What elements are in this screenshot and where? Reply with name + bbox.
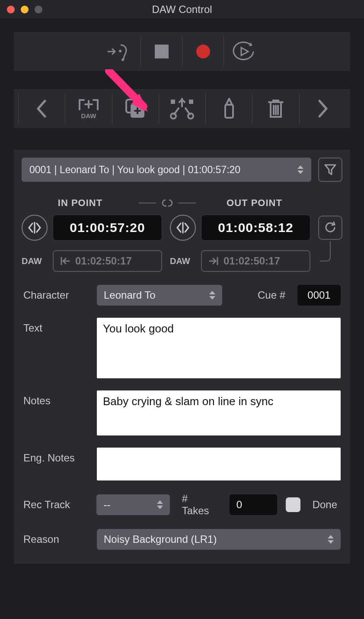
loop-play-icon	[233, 41, 257, 62]
stop-icon	[153, 43, 170, 60]
svg-rect-9	[171, 100, 175, 104]
svg-rect-11	[225, 105, 233, 118]
done-label: Done	[309, 499, 341, 511]
svg-rect-2	[155, 45, 169, 58]
listen-button[interactable]	[99, 36, 140, 67]
cue-panel: 0001 | Leonard To | You look good | 01:0…	[14, 150, 350, 564]
refresh-icon	[323, 221, 337, 235]
daw-out-timecode[interactable]: 01:02:50:17	[201, 250, 310, 272]
cue-selector-label: 0001 | Leonard To | You look good | 01:0…	[29, 164, 240, 176]
cue-form: Character Leonard To Cue # 0001 Text Not…	[22, 285, 342, 550]
text-label: Text	[23, 318, 88, 334]
nudge-icon	[27, 222, 42, 234]
stepper-icon	[157, 500, 165, 509]
out-point-label: OUT POINT	[196, 197, 313, 209]
chevron-right-icon	[316, 99, 329, 118]
svg-point-1	[119, 50, 121, 52]
refresh-connector	[318, 241, 342, 263]
nudge-icon	[176, 222, 190, 234]
link-icon	[160, 198, 175, 208]
split-cut-icon	[169, 97, 195, 120]
titlebar: DAW Control	[0, 0, 364, 19]
chevron-left-icon	[35, 99, 48, 118]
daw-in-label: DAW	[22, 256, 48, 266]
text-field[interactable]	[97, 318, 341, 378]
eng-notes-field[interactable]	[97, 448, 341, 480]
out-timecode[interactable]: 01:00:58:12	[201, 215, 310, 241]
zoom-window-button[interactable]	[35, 6, 42, 13]
duplicate-cue-button[interactable]	[112, 93, 159, 124]
split-cue-button[interactable]	[159, 93, 205, 124]
svg-point-7	[171, 113, 176, 119]
daw-in-timecode[interactable]: 01:02:50:17	[53, 250, 162, 272]
record-button[interactable]	[182, 36, 224, 67]
trash-icon	[266, 98, 285, 119]
svg-rect-10	[189, 100, 193, 104]
reason-select[interactable]: Noisy Background (LR1)	[97, 529, 341, 550]
notes-field[interactable]	[97, 390, 341, 435]
takes-field[interactable]: 0	[230, 494, 277, 515]
transport-toolbar	[14, 32, 350, 71]
takes-label: # Takes	[179, 493, 221, 517]
cue-number-label: Cue #	[254, 289, 289, 301]
done-checkbox[interactable]	[286, 497, 300, 512]
prev-cue-button[interactable]	[18, 93, 65, 124]
link-indicator	[139, 198, 196, 208]
record-icon	[195, 43, 212, 60]
duplicate-icon	[125, 98, 146, 119]
go-to-start-icon	[60, 256, 71, 266]
edit-toolbar: DAW	[14, 89, 350, 128]
svg-point-0	[121, 58, 124, 61]
svg-point-3	[196, 45, 210, 58]
window-controls	[7, 6, 42, 13]
in-point-label: IN POINT	[22, 197, 139, 209]
loop-play-button[interactable]	[224, 36, 265, 67]
stepper-icon	[328, 535, 335, 544]
close-window-button[interactable]	[7, 6, 15, 13]
reason-label: Reason	[23, 533, 88, 545]
delete-cue-button[interactable]	[252, 93, 299, 124]
stepper-icon	[209, 291, 217, 300]
next-cue-button[interactable]	[299, 93, 346, 124]
svg-point-8	[188, 113, 193, 119]
out-nudge-button[interactable]	[170, 215, 196, 241]
window-title: DAW Control	[0, 3, 364, 16]
points-header: IN POINT OUT POINT	[22, 197, 342, 209]
svg-text:DAW: DAW	[81, 112, 96, 119]
rec-track-label: Rec Track	[23, 499, 88, 511]
glue-icon	[222, 97, 236, 120]
stepper-icon	[297, 165, 305, 174]
stop-button[interactable]	[140, 36, 182, 67]
funnel-icon	[324, 163, 337, 176]
in-nudge-button[interactable]	[22, 215, 48, 241]
cue-selector[interactable]: 0001 | Leonard To | You look good | 01:0…	[22, 158, 311, 182]
character-select[interactable]: Leonard To	[97, 285, 222, 306]
listen-icon	[107, 42, 132, 61]
in-timecode[interactable]: 01:00:57:20	[53, 215, 162, 241]
add-to-daw-button[interactable]: DAW	[65, 93, 112, 124]
refresh-timecodes-button[interactable]	[318, 216, 342, 240]
notes-label: Notes	[23, 390, 88, 407]
daw-out-label: DAW	[170, 256, 196, 266]
eng-notes-label: Eng. Notes	[23, 448, 88, 464]
go-to-end-icon	[208, 256, 219, 266]
rec-track-select[interactable]: --	[96, 494, 169, 515]
add-to-daw-icon: DAW	[77, 97, 100, 121]
character-label: Character	[23, 285, 88, 301]
minimize-window-button[interactable]	[21, 6, 29, 13]
filter-button[interactable]	[318, 158, 342, 182]
glue-cue-button[interactable]	[205, 93, 252, 124]
cue-number-field[interactable]: 0001	[297, 285, 341, 306]
